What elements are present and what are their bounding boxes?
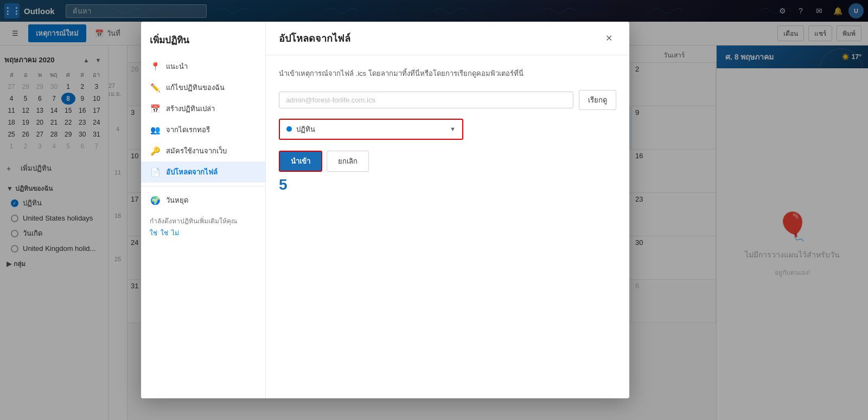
- suggest-yes1[interactable]: ใช่: [150, 228, 157, 238]
- dialog-nav-upload[interactable]: 📄 อัปโหลดจากไฟล์: [141, 161, 265, 183]
- dialog-dropdown-row: ปฏิทิน ▼: [279, 119, 616, 140]
- dialog-nav-divider: [141, 186, 265, 186]
- holiday-icon: 🌍: [150, 196, 161, 205]
- chevron-down-icon: ▼: [450, 126, 456, 132]
- dialog-nav-edit-label: แก้ไขปฏิทินของฉัน: [166, 82, 225, 93]
- people-icon: 👥: [150, 125, 161, 135]
- upload-dialog: เพิ่มปฏิทิน 📍 แนะนำ ✏️ แก้ไขปฏิทินของฉัน…: [141, 22, 629, 398]
- cancel-button[interactable]: ยกเลิก: [327, 151, 369, 172]
- browse-button[interactable]: เรียกดู: [579, 90, 616, 110]
- dialog-nav-directory-label: จากไดเรกทอรี: [166, 124, 210, 135]
- dialog-suggest-text: กำลังดึงหาปฏิทินเพิ่มเติมให้คุณ ใช่ ใช่ …: [141, 211, 265, 243]
- step-number: 5: [279, 176, 616, 193]
- dialog-nav-holiday-label: วันหยุด: [166, 195, 188, 206]
- dialog-title: อัปโหลดจากไฟล์: [279, 30, 601, 46]
- calendar-blank-icon: 📅: [150, 104, 161, 114]
- dialog-nav-directory[interactable]: 👥 จากไดเรกทอรี: [141, 119, 265, 140]
- dialog-right-content: อัปโหลดจากไฟล์ ✕ นำเข้าเหตุการณ์จากไฟล์ …: [266, 22, 629, 398]
- dropdown-dot: [286, 126, 292, 132]
- dialog-nav-recommend-label: แนะนำ: [166, 61, 188, 72]
- import-button[interactable]: นำเข้า: [279, 151, 322, 172]
- calendar-dropdown[interactable]: ปฏิทิน ▼: [279, 119, 463, 140]
- dialog-left-nav: เพิ่มปฏิทิน 📍 แนะนำ ✏️ แก้ไขปฏิทินของฉัน…: [141, 22, 266, 398]
- dialog-panel-title: เพิ่มปฏิทิน: [141, 28, 265, 56]
- dialog-nav-subscribe-label: สมัครใช้งานจากเว็บ: [166, 145, 227, 157]
- action-buttons: นำเข้า ยกเลิก: [279, 151, 616, 172]
- dialog-file-row: เรียกดู: [279, 90, 616, 110]
- location-icon: 📍: [150, 62, 161, 72]
- file-icon: 📄: [150, 167, 161, 177]
- suggest-yes2[interactable]: ใช่: [161, 228, 168, 238]
- dialog-nav-recommend[interactable]: 📍 แนะนำ: [141, 56, 265, 77]
- dialog-content: นำเข้าเหตุการณ์จากไฟล์ .ics โดยลากมาทิ้ง…: [266, 55, 629, 398]
- file-input[interactable]: [279, 92, 573, 108]
- dialog-close-button[interactable]: ✕: [601, 31, 616, 46]
- dialog-description: นำเข้าเหตุการณ์จากไฟล์ .ics โดยลากมาทิ้ง…: [279, 68, 616, 79]
- suggest-no[interactable]: ไม่: [171, 228, 179, 238]
- key-icon: 🔑: [150, 146, 161, 156]
- dialog-nav-create-label: สร้างปฏิทินเปล่า: [166, 103, 215, 114]
- dropdown-value: ปฏิทิน: [296, 124, 450, 135]
- modal-overlay[interactable]: เพิ่มปฏิทิน 📍 แนะนำ ✏️ แก้ไขปฏิทินของฉัน…: [0, 0, 868, 420]
- dialog-nav-subscribe[interactable]: 🔑 สมัครใช้งานจากเว็บ: [141, 140, 265, 161]
- dialog-nav-holiday[interactable]: 🌍 วันหยุด: [141, 190, 265, 211]
- dialog-header: อัปโหลดจากไฟล์ ✕: [266, 22, 629, 55]
- dialog-nav-edit[interactable]: ✏️ แก้ไขปฏิทินของฉัน: [141, 77, 265, 98]
- edit-icon: ✏️: [150, 83, 161, 93]
- dialog-nav-create[interactable]: 📅 สร้างปฏิทินเปล่า: [141, 98, 265, 119]
- dialog-nav-upload-label: อัปโหลดจากไฟล์: [166, 166, 218, 178]
